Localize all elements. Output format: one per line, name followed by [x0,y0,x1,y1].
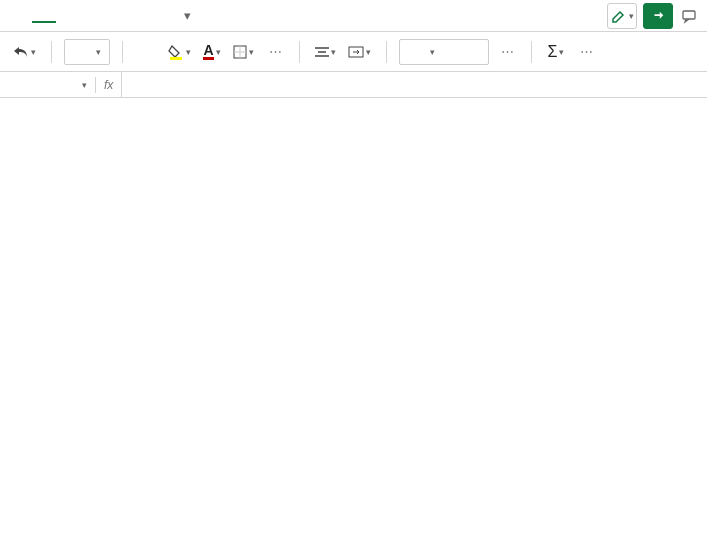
ribbon-tabs: ▾ ▾ [0,0,707,32]
tab-data[interactable] [152,10,176,22]
autosum-button[interactable]: Σ▾ [544,38,568,66]
svg-rect-1 [170,57,182,60]
borders-button[interactable]: ▾ [230,38,257,66]
font-color-button[interactable]: A▾ [200,38,224,66]
comments-button[interactable] [679,3,699,29]
formula-bar: ▾ fx [0,72,707,98]
tab-more-icon[interactable]: ▾ [176,2,199,29]
merge-button[interactable]: ▾ [345,38,374,66]
formula-input[interactable] [122,82,707,88]
tab-draw[interactable] [80,10,104,22]
bold-button[interactable] [135,38,159,66]
tab-file[interactable] [8,10,32,22]
edit-mode-button[interactable]: ▾ [607,3,637,29]
tab-home[interactable] [32,9,56,23]
tab-page-layout[interactable] [104,10,128,22]
toolbar: ▾ ▾ ▾ A▾ ▾ ⋯ ▾ ▾ ▾ ⋯ Σ▾ ⋯ [0,32,707,72]
font-size-select[interactable]: ▾ [64,39,110,65]
fx-label[interactable]: fx [96,72,122,97]
name-box[interactable]: ▾ [0,77,96,93]
align-center-button[interactable]: ▾ [312,38,339,66]
fill-color-button[interactable]: ▾ [165,38,194,66]
undo-button[interactable]: ▾ [10,38,39,66]
number-format-select[interactable]: ▾ [399,39,489,65]
more-number-icon[interactable]: ⋯ [495,38,519,66]
more-editing-icon[interactable]: ⋯ [574,38,598,66]
grid [0,98,707,534]
more-font-icon[interactable]: ⋯ [263,38,287,66]
tab-insert[interactable] [56,10,80,22]
tab-formulas[interactable] [128,10,152,22]
svg-rect-0 [683,11,695,19]
share-button[interactable] [643,3,673,29]
